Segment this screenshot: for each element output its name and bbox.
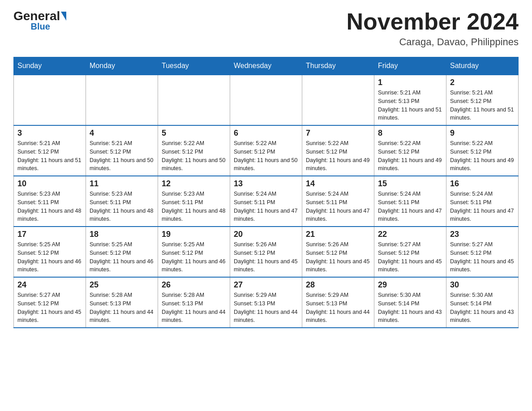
- day-number: 9: [450, 128, 515, 138]
- day-number: 29: [378, 280, 442, 290]
- day-info: Sunrise: 5:22 AMSunset: 5:12 PMDaylight:…: [234, 139, 298, 173]
- calendar-cell: 28Sunrise: 5:29 AMSunset: 5:13 PMDayligh…: [302, 277, 374, 328]
- calendar-cell: [158, 75, 230, 125]
- day-info: Sunrise: 5:26 AMSunset: 5:12 PMDaylight:…: [234, 240, 298, 274]
- calendar-cell: [302, 75, 374, 125]
- calendar-cell: 20Sunrise: 5:26 AMSunset: 5:12 PMDayligh…: [230, 227, 302, 277]
- logo-triangle-icon: [61, 12, 66, 21]
- calendar-cell: 6Sunrise: 5:22 AMSunset: 5:12 PMDaylight…: [230, 125, 302, 176]
- calendar-week-row: 1Sunrise: 5:21 AMSunset: 5:13 PMDaylight…: [14, 75, 519, 125]
- calendar-week-row: 17Sunrise: 5:25 AMSunset: 5:12 PMDayligh…: [14, 227, 519, 277]
- day-info: Sunrise: 5:22 AMSunset: 5:12 PMDaylight:…: [306, 139, 370, 173]
- calendar-cell: 24Sunrise: 5:27 AMSunset: 5:12 PMDayligh…: [14, 277, 86, 328]
- calendar-cell: 29Sunrise: 5:30 AMSunset: 5:14 PMDayligh…: [374, 277, 446, 328]
- day-number: 12: [162, 179, 226, 188]
- weekday-header-sunday: Sunday: [14, 57, 86, 75]
- day-info: Sunrise: 5:25 AMSunset: 5:12 PMDaylight:…: [90, 240, 154, 274]
- day-info: Sunrise: 5:29 AMSunset: 5:13 PMDaylight:…: [234, 291, 298, 325]
- day-number: 2: [450, 78, 515, 87]
- calendar-cell: 14Sunrise: 5:24 AMSunset: 5:11 PMDayligh…: [302, 176, 374, 227]
- calendar-week-row: 3Sunrise: 5:21 AMSunset: 5:12 PMDaylight…: [14, 125, 519, 176]
- calendar-body: 1Sunrise: 5:21 AMSunset: 5:13 PMDaylight…: [14, 75, 519, 328]
- calendar-cell: 17Sunrise: 5:25 AMSunset: 5:12 PMDayligh…: [14, 227, 86, 277]
- day-info: Sunrise: 5:25 AMSunset: 5:12 PMDaylight:…: [162, 240, 226, 274]
- day-info: Sunrise: 5:27 AMSunset: 5:12 PMDaylight:…: [450, 240, 515, 274]
- calendar-header: SundayMondayTuesdayWednesdayThursdayFrid…: [14, 57, 519, 75]
- day-number: 13: [234, 179, 298, 188]
- day-info: Sunrise: 5:29 AMSunset: 5:13 PMDaylight:…: [306, 291, 370, 325]
- weekday-header-tuesday: Tuesday: [158, 57, 230, 75]
- weekday-header-row: SundayMondayTuesdayWednesdayThursdayFrid…: [14, 57, 519, 75]
- calendar-cell: 11Sunrise: 5:23 AMSunset: 5:11 PMDayligh…: [86, 176, 158, 227]
- calendar-cell: 13Sunrise: 5:24 AMSunset: 5:11 PMDayligh…: [230, 176, 302, 227]
- weekday-header-wednesday: Wednesday: [230, 57, 302, 75]
- weekday-header-friday: Friday: [374, 57, 446, 75]
- calendar-week-row: 10Sunrise: 5:23 AMSunset: 5:11 PMDayligh…: [14, 176, 519, 227]
- calendar-cell: 8Sunrise: 5:22 AMSunset: 5:12 PMDaylight…: [374, 125, 446, 176]
- calendar-cell: 5Sunrise: 5:22 AMSunset: 5:12 PMDaylight…: [158, 125, 230, 176]
- calendar-table: SundayMondayTuesdayWednesdayThursdayFrid…: [13, 57, 519, 328]
- calendar-cell: 22Sunrise: 5:27 AMSunset: 5:12 PMDayligh…: [374, 227, 446, 277]
- day-info: Sunrise: 5:21 AMSunset: 5:13 PMDaylight:…: [378, 89, 442, 122]
- day-info: Sunrise: 5:24 AMSunset: 5:11 PMDaylight:…: [450, 190, 515, 223]
- calendar-cell: 2Sunrise: 5:21 AMSunset: 5:12 PMDaylight…: [446, 75, 519, 125]
- logo-blue-label: Blue: [13, 21, 67, 32]
- calendar-cell: 23Sunrise: 5:27 AMSunset: 5:12 PMDayligh…: [446, 227, 519, 277]
- weekday-header-monday: Monday: [86, 57, 158, 75]
- day-info: Sunrise: 5:23 AMSunset: 5:11 PMDaylight:…: [162, 190, 226, 223]
- calendar-cell: [230, 75, 302, 125]
- calendar-cell: 12Sunrise: 5:23 AMSunset: 5:11 PMDayligh…: [158, 176, 230, 227]
- day-number: 28: [306, 280, 370, 290]
- day-number: 4: [90, 128, 154, 138]
- day-number: 16: [450, 179, 515, 188]
- calendar-cell: 3Sunrise: 5:21 AMSunset: 5:12 PMDaylight…: [14, 125, 86, 176]
- day-info: Sunrise: 5:22 AMSunset: 5:12 PMDaylight:…: [378, 139, 442, 173]
- calendar-cell: 16Sunrise: 5:24 AMSunset: 5:11 PMDayligh…: [446, 176, 519, 227]
- day-number: 20: [234, 230, 298, 239]
- day-info: Sunrise: 5:22 AMSunset: 5:12 PMDaylight:…: [162, 139, 226, 173]
- calendar-week-row: 24Sunrise: 5:27 AMSunset: 5:12 PMDayligh…: [14, 277, 519, 328]
- day-number: 23: [450, 230, 515, 239]
- calendar-cell: 19Sunrise: 5:25 AMSunset: 5:12 PMDayligh…: [158, 227, 230, 277]
- day-number: 1: [378, 78, 442, 87]
- day-info: Sunrise: 5:30 AMSunset: 5:14 PMDaylight:…: [450, 291, 515, 325]
- day-number: 18: [90, 230, 154, 239]
- calendar-cell: 10Sunrise: 5:23 AMSunset: 5:11 PMDayligh…: [14, 176, 86, 227]
- day-number: 17: [17, 230, 82, 239]
- day-info: Sunrise: 5:30 AMSunset: 5:14 PMDaylight:…: [378, 291, 442, 325]
- day-number: 10: [17, 179, 82, 188]
- logo: General Blue: [13, 9, 67, 32]
- calendar-cell: 15Sunrise: 5:24 AMSunset: 5:11 PMDayligh…: [374, 176, 446, 227]
- calendar-cell: 7Sunrise: 5:22 AMSunset: 5:12 PMDaylight…: [302, 125, 374, 176]
- calendar-subtitle: Caraga, Davao, Philippines: [347, 36, 519, 48]
- day-info: Sunrise: 5:24 AMSunset: 5:11 PMDaylight:…: [306, 190, 370, 223]
- title-area: November 2024 Caraga, Davao, Philippines: [347, 9, 519, 48]
- day-number: 19: [162, 230, 226, 239]
- weekday-header-thursday: Thursday: [302, 57, 374, 75]
- day-info: Sunrise: 5:21 AMSunset: 5:12 PMDaylight:…: [450, 89, 515, 122]
- calendar-cell: 30Sunrise: 5:30 AMSunset: 5:14 PMDayligh…: [446, 277, 519, 328]
- calendar-cell: [14, 75, 86, 125]
- day-number: 25: [90, 280, 154, 290]
- day-info: Sunrise: 5:21 AMSunset: 5:12 PMDaylight:…: [17, 139, 82, 173]
- day-number: 22: [378, 230, 442, 239]
- day-number: 8: [378, 128, 442, 138]
- day-info: Sunrise: 5:23 AMSunset: 5:11 PMDaylight:…: [90, 190, 154, 223]
- day-info: Sunrise: 5:26 AMSunset: 5:12 PMDaylight:…: [306, 240, 370, 274]
- day-number: 15: [378, 179, 442, 188]
- calendar-cell: 18Sunrise: 5:25 AMSunset: 5:12 PMDayligh…: [86, 227, 158, 277]
- calendar-cell: 25Sunrise: 5:28 AMSunset: 5:13 PMDayligh…: [86, 277, 158, 328]
- day-info: Sunrise: 5:28 AMSunset: 5:13 PMDaylight:…: [90, 291, 154, 325]
- calendar-title: November 2024: [347, 9, 519, 34]
- weekday-header-saturday: Saturday: [446, 57, 519, 75]
- day-info: Sunrise: 5:25 AMSunset: 5:12 PMDaylight:…: [17, 240, 82, 274]
- day-number: 5: [162, 128, 226, 138]
- calendar-cell: 27Sunrise: 5:29 AMSunset: 5:13 PMDayligh…: [230, 277, 302, 328]
- day-info: Sunrise: 5:27 AMSunset: 5:12 PMDaylight:…: [378, 240, 442, 274]
- day-number: 30: [450, 280, 515, 290]
- day-info: Sunrise: 5:22 AMSunset: 5:12 PMDaylight:…: [450, 139, 515, 173]
- day-number: 24: [17, 280, 82, 290]
- calendar-cell: 4Sunrise: 5:21 AMSunset: 5:12 PMDaylight…: [86, 125, 158, 176]
- calendar-cell: [86, 75, 158, 125]
- day-info: Sunrise: 5:24 AMSunset: 5:11 PMDaylight:…: [234, 190, 298, 223]
